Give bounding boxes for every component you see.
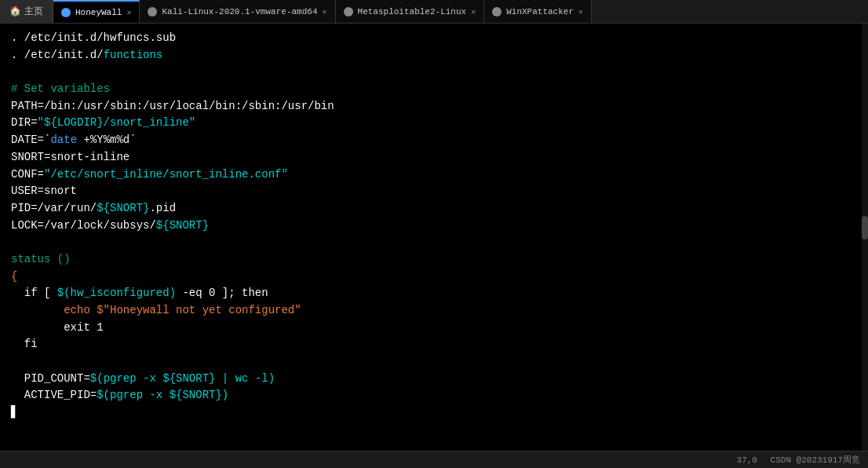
tab-winxp-icon [492, 7, 501, 16]
scrollbar-thumb[interactable] [862, 216, 868, 239]
tab-metasploitable-icon [344, 7, 353, 16]
terminal-wrapper: . /etc/init.d/hwfuncs.sub . /etc/init.d/… [0, 24, 868, 451]
tab-metasploitable-close[interactable]: ✕ [471, 7, 476, 16]
terminal-content: . /etc/init.d/hwfuncs.sub . /etc/init.d/… [11, 30, 857, 422]
tab-metasploitable-label: Metasploitable2-Linux [358, 7, 467, 16]
tab-honeywall-icon [61, 8, 71, 17]
tab-winxp-label: WinXPattacker [506, 7, 574, 16]
tab-winxp-close[interactable]: ✕ [578, 7, 583, 16]
tab-kali-label: Kali-Linux-2020.1-vmware-amd64 [162, 7, 317, 16]
home-label: 主页 [24, 5, 43, 18]
tab-honeywall-label: HoneyWall [75, 8, 122, 17]
watermark: CSDN @20231917周竞 [771, 455, 860, 465]
tab-honeywall[interactable]: HoneyWall ✕ [53, 0, 140, 23]
status-right: 37,0 CSDN @20231917周竞 [737, 454, 860, 466]
terminal[interactable]: . /etc/init.d/hwfuncs.sub . /etc/init.d/… [0, 24, 868, 451]
status-bar: 37,0 CSDN @20231917周竞 [0, 451, 868, 468]
scrollbar-track[interactable] [862, 24, 868, 451]
tab-honeywall-close[interactable]: ✕ [126, 8, 131, 17]
home-icon: 🏠 [9, 5, 21, 17]
tab-kali-close[interactable]: ✕ [323, 7, 327, 16]
tab-home[interactable]: 🏠 主页 [0, 0, 53, 23]
tab-kali-icon [148, 7, 157, 16]
cursor-position: 37,0 [737, 455, 757, 465]
tab-kali[interactable]: Kali-Linux-2020.1-vmware-amd64 ✕ [140, 0, 335, 23]
tab-bar: 🏠 主页 HoneyWall ✕ Kali-Linux-2020.1-vmwar… [0, 0, 868, 24]
tab-metasploitable[interactable]: Metasploitable2-Linux ✕ [336, 0, 485, 23]
tab-winxp[interactable]: WinXPattacker ✕ [484, 0, 592, 23]
